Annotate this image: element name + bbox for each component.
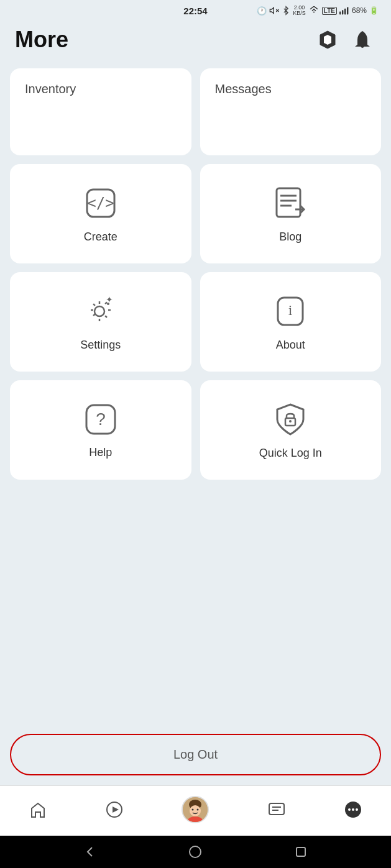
status-time: 22:54 [183,6,207,16]
blog-card[interactable]: Blog [200,164,382,263]
svg-rect-37 [297,847,305,856]
nav-chat[interactable] [258,798,295,821]
blog-icon [273,185,308,222]
chat-icon [268,801,285,818]
svg-rect-3 [342,10,343,14]
grid-row-2: </> Create Blog [10,164,381,263]
svg-point-27 [197,809,199,811]
avatar-icon [182,796,209,823]
svg-rect-5 [347,7,348,14]
svg-rect-8 [277,188,300,217]
battery-icon: 68% [352,6,367,15]
page-title: More [15,27,68,53]
nav-play[interactable] [96,798,133,821]
wifi-icon [308,6,320,15]
svg-text:✦: ✦ [106,295,113,304]
settings-card[interactable]: ✦ Settings [10,272,191,372]
inventory-label: Inventory [25,82,76,96]
android-nav-bar [0,836,391,868]
grid-row-1: Inventory Messages [10,68,381,155]
data-speed: 2.00KB/S [293,5,306,16]
svg-text:?: ? [96,409,106,429]
grid-row-4: ? Help Quick Log In [10,380,381,480]
svg-rect-4 [344,9,346,15]
nav-avatar[interactable] [172,793,219,826]
about-icon: i [273,293,308,330]
status-bar: 22:54 🕐 2.00KB/S LT [0,0,391,21]
messages-card[interactable]: Messages [200,68,382,155]
nav-home[interactable] [19,798,57,821]
header: More [0,21,391,63]
settings-label: Settings [80,339,121,352]
battery-charging-icon: 🔋 [369,6,379,15]
home-icon [29,801,47,818]
svg-rect-2 [339,12,341,15]
svg-point-35 [356,808,358,811]
svg-text:i: i [288,302,293,318]
nav-more[interactable] [334,798,372,821]
quick-login-icon [274,401,307,438]
help-icon: ? [83,401,119,437]
android-home-button[interactable] [188,845,202,859]
svg-point-36 [190,846,201,857]
help-card[interactable]: ? Help [10,380,191,480]
android-recents-button[interactable] [294,845,308,859]
about-card[interactable]: i About [200,272,382,372]
main-content: Inventory Messages </> Create [0,63,391,729]
svg-text:</>: </> [87,194,114,212]
bluetooth-icon [282,6,290,16]
settings-icon: ✦ [82,293,119,330]
messages-label: Messages [215,82,272,96]
inventory-card[interactable]: Inventory [10,68,191,155]
signal-icon [339,6,349,15]
play-icon [106,801,123,818]
help-label: Help [89,446,112,459]
svg-point-34 [352,808,354,811]
svg-point-25 [190,805,201,816]
more-icon [344,801,362,818]
blog-label: Blog [279,231,301,244]
logout-button[interactable]: Log Out [10,734,381,775]
logout-wrapper: Log Out [0,729,391,785]
lte-icon: LTE [322,7,337,15]
android-back-button[interactable] [83,845,97,859]
robux-button[interactable] [314,26,341,53]
create-label: Create [84,231,117,244]
svg-marker-22 [113,806,119,813]
bottom-nav [0,785,391,836]
status-icons: 🕐 2.00KB/S LTE [257,5,379,16]
svg-point-33 [348,808,351,811]
header-action-icons [314,26,376,53]
svg-point-12 [94,306,104,316]
notification-button[interactable] [349,26,376,53]
quick-login-label: Quick Log In [259,447,322,460]
create-card[interactable]: </> Create [10,164,191,263]
svg-rect-29 [269,803,284,815]
grid-row-3: ✦ Settings i About [10,272,381,372]
quick-login-card[interactable]: Quick Log In [200,380,382,480]
about-label: About [276,339,305,352]
mute-icon [269,6,279,16]
svg-point-20 [289,420,292,423]
svg-point-26 [192,809,194,811]
create-icon: </> [82,185,119,222]
alarm-icon: 🕐 [257,6,267,16]
